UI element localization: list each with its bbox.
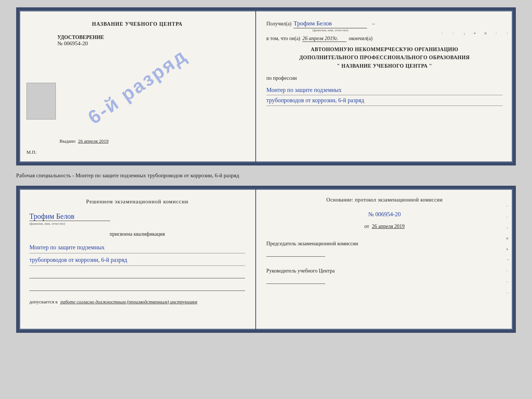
chairman-label: Председатель экзаменационной комиссии [266,240,503,248]
head-label: Руководитель учебного Центра [266,267,503,275]
recipient-label: Получил(а) [266,21,291,27]
recipient-line: Получил(а) Трофим Белов (фамилия, имя, о… [266,20,503,32]
bot-fio-hint: (фамилия, имя, отчество) [29,222,65,225]
bot-profession-block: Монтер по защите подземных трубопроводов… [29,241,245,266]
bot-name-cursive: Трофим Белов [29,212,110,221]
bot-left-panel: Решением экзаменационной комиссии Трофим… [19,189,256,330]
bot-profession-line2: трубопроводов от коррозии, 6-й разряд [29,255,245,266]
bot-name-block: Трофим Белов (фамилия, имя, отчество) [29,212,245,225]
chairman-signature-line [266,250,325,257]
recipient-name-top: Трофим Белов [294,20,367,28]
org-line1: АВТОНОМНУЮ НЕКОММЕРЧЕСКУЮ ОРГАНИЗАЦИЮ [266,46,503,54]
cert-right-panel: Получил(а) Трофим Белов (фамилия, имя, о… [256,10,513,163]
photo-placeholder [26,83,56,120]
bot-blank-line-1 [29,272,245,278]
cert-number-box: УДОСТОВЕРЕНИЕ № 006954-20 [57,35,104,47]
bot-допускается-val: работе согласно должностным (производств… [60,299,197,304]
fio-hint-top: (фамилия, имя, отчество) [313,28,348,32]
issued-label: Выдано [60,138,75,144]
bot-right-edge-marks: – – – и а ← – – – [506,203,510,295]
cert-number-top: № 006954-20 [57,40,88,47]
profession-line1-top: Монтер по защите подземных [266,85,503,95]
bot-profession-line1: Монтер по защите подземных [29,242,245,253]
mp-label: М.П. [26,149,36,155]
right-edge-marks: – – и а ← – – [441,32,510,36]
basis-date-prefix: от [364,224,369,229]
issued-date: 26 апреля 2019 [78,138,109,144]
profession-block-top: Монтер по защите подземных трубопроводов… [266,85,503,106]
decision-title: Решением экзаменационной комиссии [29,197,245,206]
basis-date: от 26 апреля 2019 [266,224,503,229]
head-block: Руководитель учебного Центра [266,267,503,284]
basis-number: № 006954-20 [266,211,503,218]
date-suffix-top: окончил(а) [349,36,373,42]
date-prefix-top: в том, что он(а) [266,36,300,42]
middle-specialty-text: Рабочая специальность - Монтер по защите… [16,170,516,181]
date-value-top: 26 апреля 2019г. [302,36,346,42]
org-line2: ДОПОЛНИТЕЛЬНОГО ПРОФЕССИОНАЛЬНОГО ОБРАЗО… [266,54,503,62]
profession-label-top: по профессии [266,75,503,81]
basis-date-value: 26 апреля 2019 [372,224,405,229]
date-line-top: в том, что он(а) 26 апреля 2019г. окончи… [266,36,503,42]
specialty-label: Рабочая специальность - Монтер по защите… [16,172,239,178]
bottom-certificate: Решением экзаменационной комиссии Трофим… [16,186,516,333]
cert-left-panel: НАЗВАНИЕ УЧЕБНОГО ЦЕНТРА 6-й разряд УДОС… [19,10,256,163]
top-certificate: НАЗВАНИЕ УЧЕБНОГО ЦЕНТРА 6-й разряд УДОС… [16,7,516,165]
issued-date-left: Выдано 26 апреля 2019 [60,138,108,144]
profession-line2-top: трубопроводов от коррозии, 6-й разряд [266,95,503,106]
org-block-top: АВТОНОМНУЮ НЕКОММЕРЧЕСКУЮ ОРГАНИЗАЦИЮ ДО… [266,46,503,70]
dash-1: – [372,21,375,27]
bot-допускается-label: допускается к [29,299,58,304]
bot-blank-line-2 [29,284,245,291]
basis-title: Основание: протокол экзаменационной коми… [266,196,503,204]
udostoverenie-label: УДОСТОВЕРЕНИЕ [57,35,104,40]
head-signature-line [266,277,325,284]
bot-assigned-label: присвоена квалификация [29,231,245,237]
school-title-top: НАЗВАНИЕ УЧЕБНОГО ЦЕНТРА [92,21,182,27]
bot-right-panel: Основание: протокол экзаменационной коми… [256,189,513,330]
org-line3: " НАЗВАНИЕ УЧЕБНОГО ЦЕНТРА " [266,62,503,70]
chairman-block: Председатель экзаменационной комиссии [266,240,503,257]
diagonal-stamp: 6-й разряд [84,44,191,128]
bot-допускается: допускается к работе согласно должностны… [29,298,245,306]
